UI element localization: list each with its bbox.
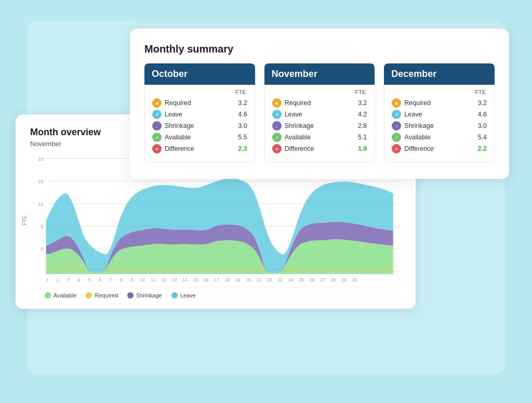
november-difference-value: 1.9 [358,145,367,152]
december-body: FTE ★ Required 3.2 ↗ Leave 4.6 [384,85,495,162]
svg-text:20: 20 [38,156,43,162]
available-icon-nov: ✓ [272,133,282,142]
svg-text:5: 5 [88,277,91,282]
monthly-summary-title: Monthly summary [144,43,495,55]
november-column: November FTE ★ Required 3.2 ↗ Leave 4.2 [264,63,375,162]
difference-icon-dec: ≠ [392,144,401,153]
fte-label-december: FTE [392,89,487,95]
october-available-value: 5.5 [238,134,247,141]
monthly-summary-card: Monthly summary October FTE ★ Required 3… [130,29,509,179]
fte-label-october: FTE [152,89,247,95]
svg-text:23: 23 [278,277,283,282]
legend-dot-available [45,292,51,298]
october-difference-label: Difference [165,145,194,152]
svg-text:5: 5 [41,224,43,229]
svg-text:29: 29 [341,277,346,282]
october-difference-row: ≠ Difference 2.3 [152,144,247,153]
svg-text:15: 15 [38,178,43,184]
legend-label-leave: Leave [180,292,196,298]
available-icon-oct: ✓ [152,133,162,142]
december-leave-value: 4.6 [478,111,487,118]
legend-dot-required [86,292,92,298]
november-leave-label: Leave [285,111,302,118]
legend-label-shrinkage: Shrinkage [136,292,162,298]
october-available-row: ✓ Available 5.5 [152,133,247,142]
svg-text:12: 12 [162,277,166,282]
svg-text:22: 22 [268,277,272,282]
november-available-label: Available [285,134,311,141]
december-leave-label: Leave [404,111,422,118]
november-leave-value: 4.2 [358,111,367,118]
december-available-label: Available [404,134,431,141]
legend-dot-leave [171,292,178,298]
leave-icon-oct: ↗ [152,110,162,119]
december-shrinkage-value: 3.0 [478,122,487,129]
october-difference-left: ≠ Difference [152,144,194,153]
december-required-left: ★ Required [392,98,431,108]
legend-available: Available [45,292,76,298]
december-shrinkage-left: ↓ Shrinkage [392,121,433,131]
svg-text:18: 18 [225,277,230,282]
available-icon-dec: ✓ [392,133,401,142]
october-available-left: ✓ Available [152,133,191,142]
october-required-value: 3.2 [238,99,247,107]
november-required-value: 3.2 [358,99,367,107]
november-leave-left: ↗ Leave [272,110,302,119]
required-icon-oct: ★ [152,98,162,108]
october-required-row: ★ Required 3.2 [152,98,247,108]
october-shrinkage-left: ↓ Shrinkage [152,121,194,131]
svg-text:19: 19 [235,277,240,282]
october-leave-left: ↗ Leave [152,110,182,119]
svg-text:8: 8 [120,277,123,282]
difference-icon-nov: ≠ [272,144,282,153]
november-header: November [264,63,375,85]
svg-text:4: 4 [78,277,81,282]
december-header: December [384,63,495,85]
svg-text:16: 16 [204,277,208,282]
svg-text:6: 6 [99,277,101,282]
svg-text:21: 21 [257,277,261,282]
november-shrinkage-value: 2.8 [358,122,367,129]
december-difference-value: 2.2 [478,145,487,152]
december-column: December FTE ★ Required 3.2 ↗ Leave 4.6 [384,63,495,162]
legend-label-available: Available [54,292,76,298]
svg-text:3: 3 [67,277,70,282]
required-icon-nov: ★ [272,98,282,108]
november-available-left: ✓ Available [272,133,311,142]
december-required-row: ★ Required 3.2 [392,98,487,108]
october-column: October FTE ★ Required 3.2 ↗ Leave 4.6 [144,63,255,162]
november-required-row: ★ Required 3.2 [272,98,367,108]
svg-text:24: 24 [288,277,293,282]
svg-text:10: 10 [38,201,43,207]
december-required-label: Required [404,99,431,107]
november-difference-left: ≠ Difference [272,144,314,153]
october-shrinkage-row: ↓ Shrinkage 3.0 [152,121,247,131]
legend-required: Required [86,292,118,298]
svg-text:2: 2 [57,277,59,282]
legend-dot-shrinkage [127,292,134,298]
november-difference-row: ≠ Difference 1.9 [272,144,367,153]
october-leave-value: 4.6 [238,111,247,118]
october-leave-row: ↗ Leave 4.6 [152,110,247,119]
november-body: FTE ★ Required 3.2 ↗ Leave 4.2 [264,85,375,162]
svg-text:25: 25 [299,277,304,282]
svg-text:30: 30 [352,277,357,282]
november-available-value: 5.1 [358,134,367,141]
october-shrinkage-label: Shrinkage [165,122,194,129]
leave-icon-nov: ↗ [272,110,282,119]
october-body: FTE ★ Required 3.2 ↗ Leave 4.6 [144,85,255,162]
svg-text:15: 15 [193,277,198,282]
november-leave-row: ↗ Leave 4.2 [272,110,367,119]
november-shrinkage-left: ↓ Shrinkage [272,121,314,131]
october-required-label: Required [165,99,191,107]
november-shrinkage-label: Shrinkage [285,122,314,129]
december-shrinkage-label: Shrinkage [404,122,433,129]
legend-leave: Leave [171,292,196,298]
october-leave-label: Leave [165,111,182,118]
svg-text:9: 9 [131,277,134,282]
december-available-row: ✓ Available 5.4 [392,133,487,142]
shrinkage-icon-dec: ↓ [392,121,401,131]
december-difference-label: Difference [404,145,434,152]
svg-text:27: 27 [321,277,325,282]
svg-text:14: 14 [182,277,187,282]
